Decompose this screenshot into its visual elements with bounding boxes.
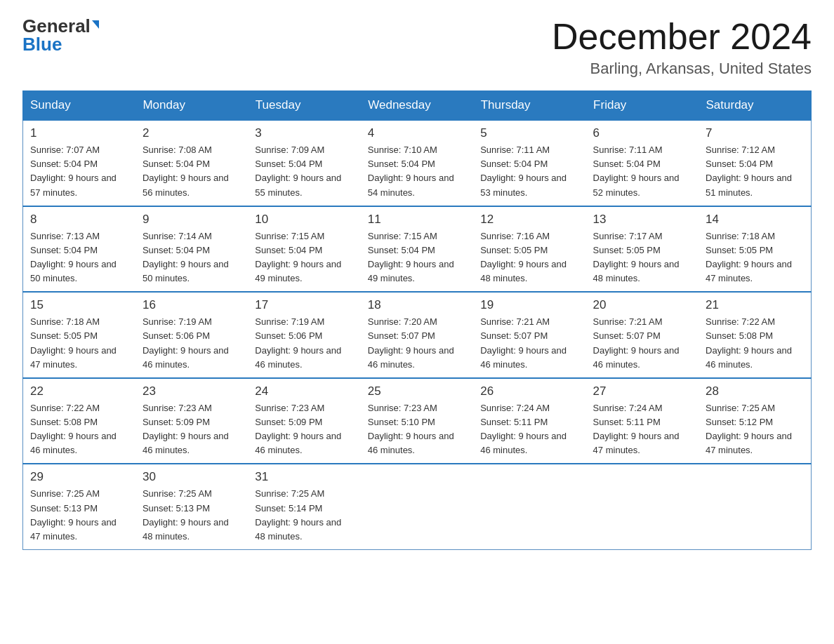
daylight-text: Daylight: 9 hours and 46 minutes. xyxy=(480,345,567,370)
day-cell-3: 3Sunrise: 7:09 AMSunset: 5:04 PMDaylight… xyxy=(248,120,360,206)
day-number: 2 xyxy=(143,126,241,140)
sunrise-text: Sunrise: 7:21 AM xyxy=(480,316,550,327)
daylight-text: Daylight: 9 hours and 46 minutes. xyxy=(368,345,454,370)
day-number: 9 xyxy=(143,213,241,227)
sunrise-text: Sunrise: 7:16 AM xyxy=(480,231,550,241)
day-info: Sunrise: 7:21 AMSunset: 5:07 PMDaylight:… xyxy=(480,315,578,372)
logo: General Blue xyxy=(22,17,99,53)
weekday-header-thursday: Thursday xyxy=(473,91,585,121)
sunrise-text: Sunrise: 7:13 AM xyxy=(30,231,100,241)
daylight-text: Daylight: 9 hours and 46 minutes. xyxy=(143,431,229,455)
sunrise-text: Sunrise: 7:21 AM xyxy=(593,316,663,327)
day-number: 4 xyxy=(368,126,466,140)
day-info: Sunrise: 7:22 AMSunset: 5:08 PMDaylight:… xyxy=(30,401,128,458)
daylight-text: Daylight: 9 hours and 50 minutes. xyxy=(143,259,229,283)
day-number: 28 xyxy=(706,384,804,398)
day-cell-5: 5Sunrise: 7:11 AMSunset: 5:04 PMDaylight… xyxy=(473,120,585,206)
sunset-text: Sunset: 5:04 PM xyxy=(30,245,98,255)
sunset-text: Sunset: 5:12 PM xyxy=(706,417,773,427)
day-cell-9: 9Sunrise: 7:14 AMSunset: 5:04 PMDaylight… xyxy=(135,206,248,293)
sunset-text: Sunset: 5:05 PM xyxy=(480,245,548,255)
sunset-text: Sunset: 5:11 PM xyxy=(593,417,661,427)
daylight-text: Daylight: 9 hours and 46 minutes. xyxy=(480,431,567,455)
day-info: Sunrise: 7:25 AMSunset: 5:13 PMDaylight:… xyxy=(143,487,241,544)
week-row-4: 22Sunrise: 7:22 AMSunset: 5:08 PMDayligh… xyxy=(23,378,812,464)
sunrise-text: Sunrise: 7:14 AM xyxy=(143,231,212,241)
page-header: General Blue December 2024 Barling, Arka… xyxy=(22,17,812,78)
sunrise-text: Sunrise: 7:19 AM xyxy=(255,316,324,327)
sunset-text: Sunset: 5:07 PM xyxy=(593,330,661,341)
sunset-text: Sunset: 5:05 PM xyxy=(593,245,661,255)
logo-blue-text: Blue xyxy=(22,35,62,53)
week-row-2: 8Sunrise: 7:13 AMSunset: 5:04 PMDaylight… xyxy=(23,206,812,293)
day-number: 8 xyxy=(30,213,128,227)
day-info: Sunrise: 7:07 AMSunset: 5:04 PMDaylight:… xyxy=(30,143,128,200)
day-info: Sunrise: 7:15 AMSunset: 5:04 PMDaylight:… xyxy=(255,229,353,286)
day-cell-26: 26Sunrise: 7:24 AMSunset: 5:11 PMDayligh… xyxy=(473,378,585,464)
sunrise-text: Sunrise: 7:25 AM xyxy=(255,488,324,499)
day-info: Sunrise: 7:11 AMSunset: 5:04 PMDaylight:… xyxy=(480,143,578,200)
sunset-text: Sunset: 5:08 PM xyxy=(30,417,98,427)
sunrise-text: Sunrise: 7:18 AM xyxy=(30,316,100,327)
location-subtitle: Barling, Arkansas, United States xyxy=(552,60,812,78)
day-info: Sunrise: 7:24 AMSunset: 5:11 PMDaylight:… xyxy=(480,401,578,458)
day-info: Sunrise: 7:11 AMSunset: 5:04 PMDaylight:… xyxy=(593,143,691,200)
empty-cell xyxy=(361,464,473,549)
day-info: Sunrise: 7:24 AMSunset: 5:11 PMDaylight:… xyxy=(593,401,691,458)
day-number: 22 xyxy=(30,384,128,398)
weekday-header-tuesday: Tuesday xyxy=(248,91,360,121)
sunset-text: Sunset: 5:04 PM xyxy=(255,159,322,169)
sunrise-text: Sunrise: 7:17 AM xyxy=(593,231,663,241)
day-number: 21 xyxy=(706,298,804,312)
day-number: 7 xyxy=(706,126,804,140)
weekday-header-row: SundayMondayTuesdayWednesdayThursdayFrid… xyxy=(23,91,812,121)
sunrise-text: Sunrise: 7:18 AM xyxy=(706,231,775,241)
day-number: 11 xyxy=(368,213,466,227)
day-info: Sunrise: 7:12 AMSunset: 5:04 PMDaylight:… xyxy=(706,143,804,200)
sunrise-text: Sunrise: 7:15 AM xyxy=(368,231,437,241)
day-number: 3 xyxy=(255,126,353,140)
day-number: 30 xyxy=(143,470,241,484)
sunset-text: Sunset: 5:04 PM xyxy=(368,245,435,255)
day-cell-19: 19Sunrise: 7:21 AMSunset: 5:07 PMDayligh… xyxy=(473,292,585,378)
day-info: Sunrise: 7:18 AMSunset: 5:05 PMDaylight:… xyxy=(30,315,128,372)
sunrise-text: Sunrise: 7:07 AM xyxy=(30,145,100,155)
daylight-text: Daylight: 9 hours and 57 minutes. xyxy=(30,173,117,197)
sunrise-text: Sunrise: 7:12 AM xyxy=(706,145,775,155)
day-info: Sunrise: 7:18 AMSunset: 5:05 PMDaylight:… xyxy=(706,229,804,286)
daylight-text: Daylight: 9 hours and 55 minutes. xyxy=(255,173,341,197)
day-cell-4: 4Sunrise: 7:10 AMSunset: 5:04 PMDaylight… xyxy=(361,120,473,206)
weekday-header-sunday: Sunday xyxy=(23,91,135,121)
logo-general-text: General xyxy=(22,17,91,35)
daylight-text: Daylight: 9 hours and 48 minutes. xyxy=(480,259,567,283)
sunrise-text: Sunrise: 7:25 AM xyxy=(143,488,212,499)
day-cell-28: 28Sunrise: 7:25 AMSunset: 5:12 PMDayligh… xyxy=(699,378,811,464)
sunset-text: Sunset: 5:09 PM xyxy=(255,417,322,427)
day-cell-1: 1Sunrise: 7:07 AMSunset: 5:04 PMDaylight… xyxy=(23,120,135,206)
day-cell-2: 2Sunrise: 7:08 AMSunset: 5:04 PMDaylight… xyxy=(135,120,248,206)
sunrise-text: Sunrise: 7:11 AM xyxy=(593,145,663,155)
sunrise-text: Sunrise: 7:08 AM xyxy=(143,145,212,155)
sunset-text: Sunset: 5:07 PM xyxy=(480,330,548,341)
sunset-text: Sunset: 5:04 PM xyxy=(368,159,435,169)
weekday-header-saturday: Saturday xyxy=(699,91,811,121)
empty-cell xyxy=(699,464,811,549)
weekday-header-friday: Friday xyxy=(586,91,699,121)
day-info: Sunrise: 7:25 AMSunset: 5:13 PMDaylight:… xyxy=(30,487,128,544)
daylight-text: Daylight: 9 hours and 49 minutes. xyxy=(255,259,341,283)
day-cell-18: 18Sunrise: 7:20 AMSunset: 5:07 PMDayligh… xyxy=(361,292,473,378)
day-info: Sunrise: 7:23 AMSunset: 5:10 PMDaylight:… xyxy=(368,401,466,458)
day-cell-21: 21Sunrise: 7:22 AMSunset: 5:08 PMDayligh… xyxy=(699,292,811,378)
daylight-text: Daylight: 9 hours and 48 minutes. xyxy=(143,517,229,542)
day-info: Sunrise: 7:15 AMSunset: 5:04 PMDaylight:… xyxy=(368,229,466,286)
day-cell-22: 22Sunrise: 7:22 AMSunset: 5:08 PMDayligh… xyxy=(23,378,135,464)
daylight-text: Daylight: 9 hours and 47 minutes. xyxy=(593,431,680,455)
daylight-text: Daylight: 9 hours and 48 minutes. xyxy=(255,517,341,542)
sunset-text: Sunset: 5:13 PM xyxy=(143,503,210,514)
sunrise-text: Sunrise: 7:20 AM xyxy=(368,316,437,327)
sunset-text: Sunset: 5:09 PM xyxy=(143,417,210,427)
day-info: Sunrise: 7:09 AMSunset: 5:04 PMDaylight:… xyxy=(255,143,353,200)
day-number: 1 xyxy=(30,126,128,140)
sunset-text: Sunset: 5:04 PM xyxy=(143,245,210,255)
daylight-text: Daylight: 9 hours and 46 minutes. xyxy=(255,431,341,455)
